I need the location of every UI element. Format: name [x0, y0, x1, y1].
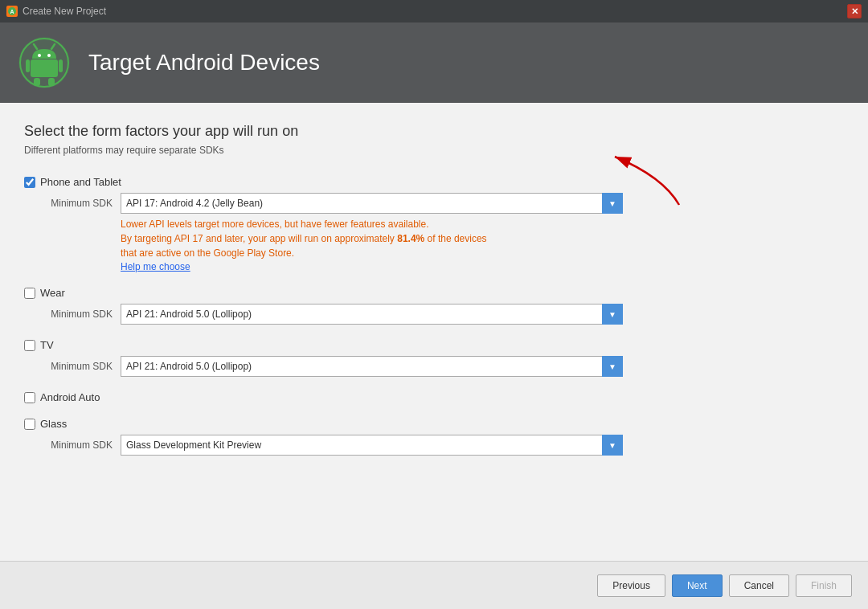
sdk-select-wrapper-wear: API 21: Android 5.0 (Lollipop) ▼ [121, 304, 623, 325]
glass-label[interactable]: Glass [24, 418, 67, 430]
form-factor-wear: Wear Minimum SDK API 21: Android 5.0 (Lo… [24, 287, 844, 325]
app-icon: A [6, 6, 18, 17]
sdk-select-wrapper-phone-tablet: API 17: Android 4.2 (Jelly Bean) API 16:… [121, 193, 623, 214]
sdk-label-wear: Minimum SDK [40, 309, 113, 320]
tv-checkbox[interactable] [24, 340, 35, 351]
sdk-label-tv: Minimum SDK [40, 361, 113, 372]
svg-text:A: A [10, 9, 14, 14]
sdk-label-phone-tablet: Minimum SDK [40, 198, 113, 209]
previous-button[interactable]: Previous [597, 574, 665, 597]
tv-label[interactable]: TV [24, 339, 54, 351]
wear-checkbox[interactable] [24, 288, 35, 299]
tv-text: TV [40, 339, 54, 351]
info-text-2: By targeting API 17 and later, your app … [121, 231, 623, 246]
sdk-row-glass: Minimum SDK Glass Development Kit Previe… [40, 435, 844, 456]
sdk-select-wear[interactable]: API 21: Android 5.0 (Lollipop) [121, 304, 623, 325]
footer: Previous Next Cancel Finish [0, 561, 868, 609]
glass-text: Glass [40, 418, 67, 430]
phone-tablet-label[interactable]: Phone and Tablet [24, 176, 121, 188]
svg-rect-10 [59, 59, 63, 72]
sdk-select-wrapper-glass: Glass Development Kit Preview ▼ [121, 435, 623, 456]
checkbox-row-tv: TV [24, 339, 844, 351]
android-logo [16, 35, 72, 91]
header: Target Android Devices [0, 22, 868, 103]
form-factor-tv: TV Minimum SDK API 21: Android 5.0 (Loll… [24, 339, 844, 377]
wear-text: Wear [40, 287, 65, 299]
wear-label[interactable]: Wear [24, 287, 65, 299]
phone-tablet-text: Phone and Tablet [40, 176, 121, 188]
glass-checkbox[interactable] [24, 419, 35, 430]
sdk-select-phone-tablet[interactable]: API 17: Android 4.2 (Jelly Bean) API 16:… [121, 193, 623, 214]
next-button[interactable]: Next [672, 574, 723, 597]
svg-rect-9 [26, 59, 30, 72]
title-bar: A Create New Project ✕ [0, 0, 868, 22]
phone-tablet-checkbox[interactable] [24, 177, 35, 188]
sdk-row-phone-tablet: Minimum SDK API 17: Android 4.2 (Jelly B… [40, 193, 844, 214]
svg-rect-12 [48, 78, 55, 86]
form-factor-glass: Glass Minimum SDK Glass Development Kit … [24, 418, 844, 456]
android-auto-text: Android Auto [40, 391, 100, 403]
finish-button[interactable]: Finish [796, 574, 852, 597]
section-subtitle: Different platforms may require separate… [24, 145, 844, 156]
svg-point-7 [47, 54, 51, 57]
title-bar-left: A Create New Project [6, 6, 106, 17]
content-area: Select the form factors your app will ru… [0, 103, 868, 561]
info-text-1: Lower API levels target more devices, bu… [121, 217, 623, 231]
form-factor-android-auto: Android Auto [24, 391, 844, 403]
svg-rect-11 [34, 78, 40, 86]
info-box-phone-tablet: Lower API levels target more devices, bu… [121, 217, 623, 272]
cancel-button[interactable]: Cancel [729, 574, 789, 597]
svg-rect-8 [31, 59, 58, 77]
info-text-3: that are active on the Google Play Store… [121, 246, 623, 260]
svg-point-6 [38, 54, 41, 57]
sdk-select-wrapper-tv: API 21: Android 5.0 (Lollipop) ▼ [121, 356, 623, 377]
checkbox-row-android-auto: Android Auto [24, 391, 844, 403]
header-title: Target Android Devices [88, 50, 320, 76]
form-factor-phone-tablet: Phone and Tablet Minimum SDK API 17: And… [24, 176, 844, 272]
sdk-select-tv[interactable]: API 21: Android 5.0 (Lollipop) [121, 356, 623, 377]
checkbox-row-wear: Wear [24, 287, 844, 299]
sdk-row-tv: Minimum SDK API 21: Android 5.0 (Lollipo… [40, 356, 844, 377]
android-auto-label[interactable]: Android Auto [24, 391, 100, 403]
sdk-select-glass[interactable]: Glass Development Kit Preview [121, 435, 623, 456]
help-me-choose-link[interactable]: Help me choose [121, 261, 190, 272]
checkbox-row-glass: Glass [24, 418, 844, 430]
sdk-row-wear: Minimum SDK API 21: Android 5.0 (Lollipo… [40, 304, 844, 325]
android-auto-checkbox[interactable] [24, 392, 35, 403]
sdk-label-glass: Minimum SDK [40, 439, 113, 451]
close-button[interactable]: ✕ [847, 4, 862, 18]
section-title: Select the form factors your app will ru… [24, 123, 844, 140]
title-bar-text: Create New Project [23, 6, 106, 17]
checkbox-row-phone-tablet: Phone and Tablet [24, 176, 844, 188]
